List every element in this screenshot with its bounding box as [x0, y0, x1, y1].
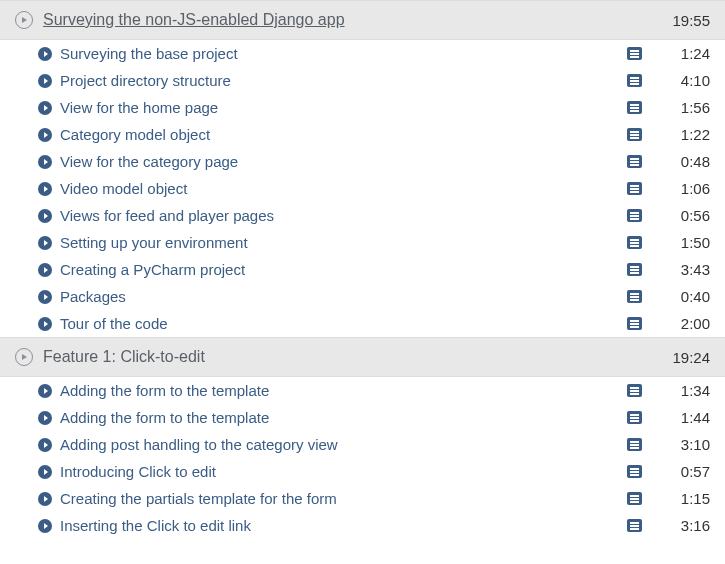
play-icon[interactable]: [38, 290, 52, 304]
lesson-row: Project directory structure4:10: [0, 67, 725, 94]
expand-icon: [15, 348, 33, 366]
lesson-row: Creating a PyCharm project3:43: [0, 256, 725, 283]
play-icon[interactable]: [38, 519, 52, 533]
play-icon[interactable]: [38, 209, 52, 223]
lesson-title[interactable]: Adding the form to the template: [60, 382, 269, 399]
transcript-icon[interactable]: [627, 263, 642, 276]
play-icon[interactable]: [38, 128, 52, 142]
lesson-row: Creating the partials template for the f…: [0, 485, 725, 512]
play-icon[interactable]: [38, 263, 52, 277]
lesson-row: Adding the form to the template1:34: [0, 377, 725, 404]
lesson-duration: 2:00: [672, 315, 710, 332]
transcript-icon[interactable]: [627, 155, 642, 168]
play-icon[interactable]: [38, 465, 52, 479]
transcript-icon[interactable]: [627, 317, 642, 330]
lesson-title[interactable]: Tour of the code: [60, 315, 168, 332]
lesson-duration: 1:15: [672, 490, 710, 507]
lesson-duration: 1:24: [672, 45, 710, 62]
lesson-title[interactable]: View for the category page: [60, 153, 238, 170]
lesson-title[interactable]: Creating a PyCharm project: [60, 261, 245, 278]
play-icon[interactable]: [38, 236, 52, 250]
section-duration: 19:24: [672, 349, 710, 366]
transcript-icon[interactable]: [627, 438, 642, 451]
lesson-row: View for the category page0:48: [0, 148, 725, 175]
section-header[interactable]: Feature 1: Click-to-edit19:24: [0, 337, 725, 377]
play-icon[interactable]: [38, 101, 52, 115]
expand-icon: [15, 11, 33, 29]
transcript-icon[interactable]: [627, 47, 642, 60]
lesson-duration: 1:44: [672, 409, 710, 426]
lesson-duration: 3:43: [672, 261, 710, 278]
transcript-icon[interactable]: [627, 492, 642, 505]
lesson-row: Setting up your environment1:50: [0, 229, 725, 256]
section-title[interactable]: Feature 1: Click-to-edit: [43, 348, 205, 366]
lesson-title[interactable]: Adding post handling to the category vie…: [60, 436, 338, 453]
lesson-title[interactable]: Creating the partials template for the f…: [60, 490, 337, 507]
lesson-row: Introducing Click to edit0:57: [0, 458, 725, 485]
lesson-title[interactable]: Introducing Click to edit: [60, 463, 216, 480]
lesson-title[interactable]: Project directory structure: [60, 72, 231, 89]
lesson-title[interactable]: Inserting the Click to edit link: [60, 517, 251, 534]
lesson-duration: 1:50: [672, 234, 710, 251]
lesson-title[interactable]: Surveying the base project: [60, 45, 238, 62]
play-icon[interactable]: [38, 47, 52, 61]
lesson-row: Views for feed and player pages0:56: [0, 202, 725, 229]
lesson-row: Surveying the base project1:24: [0, 40, 725, 67]
lesson-row: Packages0:40: [0, 283, 725, 310]
lesson-duration: 0:48: [672, 153, 710, 170]
transcript-icon[interactable]: [627, 209, 642, 222]
play-icon[interactable]: [38, 492, 52, 506]
play-icon[interactable]: [38, 155, 52, 169]
lesson-row: Adding post handling to the category vie…: [0, 431, 725, 458]
transcript-icon[interactable]: [627, 74, 642, 87]
lesson-title[interactable]: Video model object: [60, 180, 187, 197]
lesson-title[interactable]: Views for feed and player pages: [60, 207, 274, 224]
section-duration: 19:55: [672, 12, 710, 29]
lesson-duration: 1:34: [672, 382, 710, 399]
play-icon[interactable]: [38, 317, 52, 331]
lesson-row: Adding the form to the template1:44: [0, 404, 725, 431]
transcript-icon[interactable]: [627, 384, 642, 397]
lesson-row: View for the home page1:56: [0, 94, 725, 121]
lesson-title[interactable]: Adding the form to the template: [60, 409, 269, 426]
lesson-row: Category model object1:22: [0, 121, 725, 148]
lesson-duration: 1:22: [672, 126, 710, 143]
play-icon[interactable]: [38, 438, 52, 452]
transcript-icon[interactable]: [627, 101, 642, 114]
play-icon[interactable]: [38, 74, 52, 88]
lesson-duration: 3:16: [672, 517, 710, 534]
lesson-duration: 3:10: [672, 436, 710, 453]
play-icon[interactable]: [38, 411, 52, 425]
lesson-duration: 4:10: [672, 72, 710, 89]
lesson-row: Video model object1:06: [0, 175, 725, 202]
transcript-icon[interactable]: [627, 519, 642, 532]
lesson-title[interactable]: Setting up your environment: [60, 234, 248, 251]
lesson-title[interactable]: View for the home page: [60, 99, 218, 116]
transcript-icon[interactable]: [627, 182, 642, 195]
transcript-icon[interactable]: [627, 290, 642, 303]
transcript-icon[interactable]: [627, 411, 642, 424]
transcript-icon[interactable]: [627, 465, 642, 478]
lesson-row: Inserting the Click to edit link3:16: [0, 512, 725, 539]
lesson-duration: 0:57: [672, 463, 710, 480]
transcript-icon[interactable]: [627, 236, 642, 249]
section-header[interactable]: Surveying the non-JS-enabled Django app1…: [0, 0, 725, 40]
lesson-duration: 1:56: [672, 99, 710, 116]
lesson-duration: 0:40: [672, 288, 710, 305]
lesson-row: Tour of the code2:00: [0, 310, 725, 337]
lesson-duration: 1:06: [672, 180, 710, 197]
transcript-icon[interactable]: [627, 128, 642, 141]
lesson-title[interactable]: Packages: [60, 288, 126, 305]
play-icon[interactable]: [38, 384, 52, 398]
play-icon[interactable]: [38, 182, 52, 196]
lesson-duration: 0:56: [672, 207, 710, 224]
lesson-title[interactable]: Category model object: [60, 126, 210, 143]
section-title[interactable]: Surveying the non-JS-enabled Django app: [43, 11, 345, 29]
